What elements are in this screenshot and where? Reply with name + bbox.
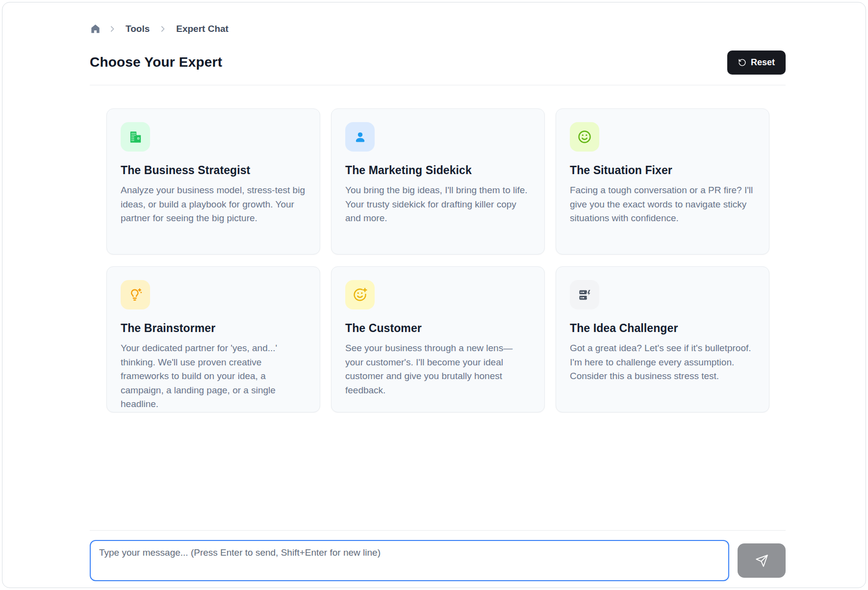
- chevron-right-icon: [108, 25, 117, 33]
- breadcrumb-item-tools[interactable]: Tools: [124, 24, 152, 34]
- expert-card-situation-fixer[interactable]: The Situation Fixer Facing a tough conve…: [556, 108, 769, 255]
- breadcrumb-item-expert-chat[interactable]: Expert Chat: [174, 24, 230, 34]
- reset-button[interactable]: Reset: [727, 51, 786, 75]
- breadcrumb: Tools Expert Chat: [90, 23, 786, 34]
- expert-card-marketing-sidekick[interactable]: The Marketing Sidekick You bring the big…: [331, 108, 545, 255]
- expert-name: The Marketing Sidekick: [345, 164, 531, 177]
- expert-name: The Situation Fixer: [570, 164, 755, 177]
- send-button[interactable]: [738, 543, 786, 578]
- person-icon: [345, 122, 375, 152]
- buildings-icon: [121, 122, 150, 152]
- expert-description: Analyze your business model, stress-test…: [121, 183, 306, 226]
- expert-name: The Customer: [345, 322, 531, 335]
- send-icon: [755, 554, 768, 567]
- app-window: Tools Expert Chat Choose Your Expert Res…: [2, 2, 866, 588]
- expert-description: You bring the big ideas, I'll bring them…: [345, 183, 531, 226]
- expert-name: The Brainstormer: [121, 322, 306, 335]
- lightbulb-sparkle-icon: [121, 280, 150, 309]
- page-header: Choose Your Expert Reset: [90, 50, 786, 75]
- chat-composer-area: [90, 530, 786, 588]
- server-bolt-icon: [570, 280, 599, 309]
- home-icon[interactable]: [90, 23, 101, 34]
- header-divider: [90, 85, 786, 85]
- expert-card-business-strategist[interactable]: The Business Strategist Analyze your bus…: [106, 108, 320, 255]
- expert-card-customer[interactable]: The Customer See your business through a…: [331, 266, 545, 412]
- rotate-ccw-icon: [738, 58, 746, 67]
- composer-divider: [90, 530, 786, 531]
- message-input[interactable]: [90, 540, 729, 581]
- expert-card-idea-challenger[interactable]: The Idea Challenger Got a great idea? Le…: [556, 266, 769, 412]
- chevron-right-icon: [158, 25, 167, 33]
- smile-plus-icon: [345, 280, 375, 309]
- expert-description: Facing a tough conversation or a PR fire…: [570, 183, 755, 226]
- smile-icon: [570, 122, 599, 152]
- expert-description: Your dedicated partner for 'yes, and...'…: [121, 341, 306, 411]
- reset-button-label: Reset: [751, 57, 775, 68]
- page-title: Choose Your Expert: [90, 54, 222, 70]
- expert-card-brainstormer[interactable]: The Brainstormer Your dedicated partner …: [106, 266, 320, 412]
- expert-name: The Business Strategist: [121, 164, 306, 177]
- expert-description: See your business through a new lens—you…: [345, 341, 531, 397]
- expert-grid: The Business Strategist Analyze your bus…: [106, 108, 769, 412]
- expert-description: Got a great idea? Let's see if it's bull…: [570, 341, 755, 384]
- expert-name: The Idea Challenger: [570, 322, 755, 335]
